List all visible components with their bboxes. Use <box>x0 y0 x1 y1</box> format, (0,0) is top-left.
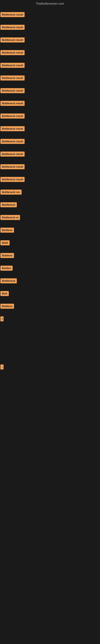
bottleneck-badge[interactable]: Bottlene <box>0 253 14 258</box>
bottleneck-item-2: Bottleneck result <box>0 19 100 32</box>
bottleneck-item-20: Bottlene <box>0 247 100 260</box>
bottleneck-item-14: Bottleneck result <box>0 171 100 184</box>
bottleneck-badge[interactable]: Bottlen <box>0 266 13 271</box>
bottleneck-badge[interactable]: Bottlene <box>0 228 14 233</box>
bottleneck-badge[interactable]: Bottleneck result <box>0 63 25 68</box>
bottleneck-badge[interactable]: Bottleneck result <box>0 164 25 169</box>
page-wrapper: TheBottlenecker.com Bottleneck resultBot… <box>0 0 100 644</box>
bottleneck-item-8: Bottleneck result <box>0 95 100 108</box>
empty-row-35 <box>0 477 100 495</box>
bottleneck-item-23: Bott <box>0 285 100 298</box>
empty-row-31 <box>0 406 100 424</box>
bottleneck-item-9: Bottleneck result <box>0 108 100 120</box>
empty-row-34 <box>0 460 100 477</box>
bottleneck-item-15: Bottleneck res <box>0 184 100 196</box>
bottleneck-badge[interactable]: Bottlene <box>0 304 14 309</box>
bottleneck-badge[interactable]: Bottleneck result <box>0 101 25 106</box>
bottleneck-item-18: Bottlene <box>0 222 100 234</box>
bottleneck-item-5: Bottleneck result <box>0 57 100 70</box>
empty-row-26 <box>0 323 100 341</box>
bottleneck-item-1: Bottleneck result <box>0 6 100 19</box>
bottleneck-item-12: Bottleneck result <box>0 146 100 158</box>
bottleneck-badge[interactable]: Bottleneck result <box>0 25 25 30</box>
bottleneck-badge[interactable]: Bottleneck result <box>0 50 25 55</box>
bottleneck-badge[interactable]: Bottleneck re <box>0 215 20 220</box>
empty-row-36 <box>0 495 100 513</box>
bottleneck-badge[interactable]: Bottleneck result <box>0 76 25 80</box>
bottleneck-badge[interactable]: Bottleneck result <box>0 88 25 93</box>
bottleneck-item-21: Bottlen <box>0 260 100 272</box>
bottleneck-item-11: Bottleneck result <box>0 133 100 146</box>
bottleneck-badge[interactable]: … <box>0 364 3 370</box>
bottleneck-item-3: Bottleneck result <box>0 32 100 44</box>
bottleneck-badge[interactable]: Bottleneck result <box>0 139 25 144</box>
items-container: Bottleneck resultBottleneck resultBottle… <box>0 6 100 513</box>
empty-row-33 <box>0 442 100 460</box>
bottleneck-badge[interactable]: Bottleneck <box>0 202 17 207</box>
bottleneck-item-4: Bottleneck result <box>0 44 100 57</box>
bottleneck-item-6: Bottleneck result <box>0 70 100 82</box>
bottleneck-item-16: Bottleneck <box>0 196 100 209</box>
empty-row-27 <box>0 341 100 358</box>
bottleneck-badge[interactable]: Bott <box>0 291 9 296</box>
empty-row-29 <box>0 371 100 389</box>
bottleneck-badge[interactable]: Bottleneck result <box>0 114 25 118</box>
bottleneck-item-25: | <box>0 310 100 323</box>
bottleneck-item-28: … <box>0 358 100 371</box>
bottleneck-item-19: Bottl <box>0 234 100 247</box>
bottleneck-item-24: Bottlene <box>0 298 100 310</box>
bottleneck-badge[interactable]: Bottleneck result <box>0 126 25 131</box>
empty-row-30 <box>0 389 100 406</box>
bottleneck-badge[interactable]: Bottleneck res <box>0 190 22 194</box>
bottleneck-badge[interactable]: Bottleneck result <box>0 38 25 42</box>
bottleneck-item-13: Bottleneck result <box>0 158 100 171</box>
bottleneck-item-7: Bottleneck result <box>0 82 100 95</box>
bottleneck-item-22: Bottleneck <box>0 272 100 285</box>
bottleneck-badge[interactable]: Bottleneck result <box>0 177 25 182</box>
empty-row-32 <box>0 424 100 442</box>
bottleneck-badge[interactable]: Bottl <box>0 240 10 245</box>
bottleneck-item-17: Bottleneck re <box>0 209 100 222</box>
bottleneck-item-10: Bottleneck result <box>0 120 100 133</box>
bottleneck-badge[interactable]: Bottleneck result <box>0 12 25 17</box>
bottleneck-badge[interactable]: Bottleneck result <box>0 152 25 156</box>
bottleneck-badge[interactable]: | <box>0 316 3 322</box>
site-title: TheBottlenecker.com <box>0 0 100 6</box>
bottleneck-badge[interactable]: Bottleneck <box>0 278 17 283</box>
